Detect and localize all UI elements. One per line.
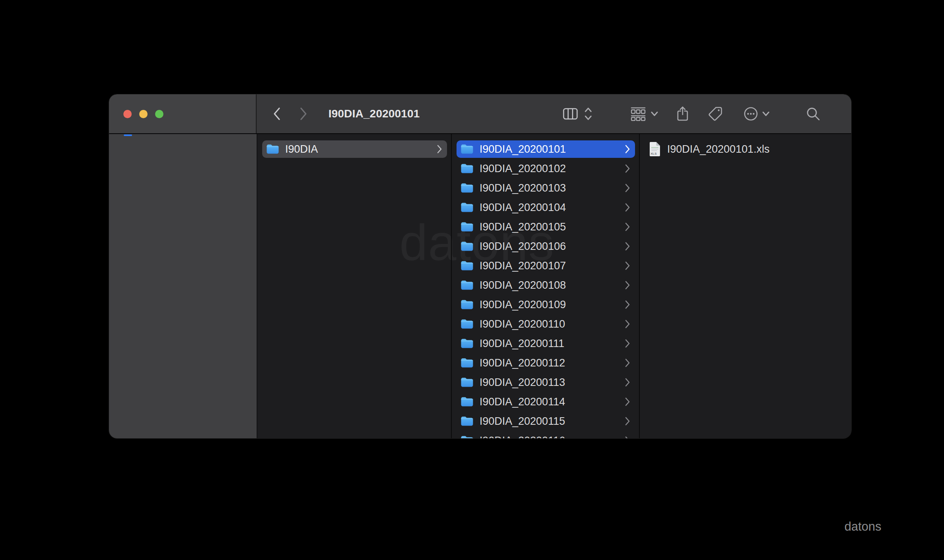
more-options-button[interactable] [743, 106, 758, 121]
finder-window: I90DIA_20200101 [109, 94, 851, 438]
window-body: datons I90DIA [109, 134, 851, 438]
window-title: I90DIA_20200101 [328, 107, 420, 120]
search-button[interactable] [806, 107, 820, 121]
folder-icon [460, 435, 474, 438]
folder-icon [460, 358, 474, 368]
folder-row[interactable]: I90DIA_20200107 [457, 257, 635, 274]
chevron-right-icon [625, 184, 630, 192]
folder-row[interactable]: I90DIA_20200113 [457, 374, 635, 391]
chevron-right-icon [625, 417, 630, 426]
folder-row[interactable]: I90DIA_20200102 [457, 160, 635, 177]
close-button[interactable] [123, 110, 132, 118]
toolbar-icon-cluster [563, 106, 851, 122]
folder-row[interactable]: I90DIA_20200112 [457, 354, 635, 372]
zoom-button[interactable] [155, 110, 163, 118]
columns-icon [563, 107, 578, 120]
folder-row[interactable]: I90DIA_20200114 [457, 393, 635, 410]
folder-icon [460, 416, 474, 426]
chevron-right-icon [625, 242, 630, 251]
sidebar[interactable] [109, 134, 257, 438]
folder-name: I90DIA_20200112 [480, 357, 622, 369]
column-view-button[interactable] [563, 107, 578, 120]
tags-button[interactable] [708, 106, 723, 122]
folder-icon [460, 299, 474, 310]
folder-row[interactable]: I90DIA_20200106 [457, 238, 635, 255]
folder-icon [460, 222, 474, 232]
chevron-right-icon [625, 203, 630, 212]
column-divider [451, 134, 452, 438]
folder-icon [460, 338, 474, 349]
chevron-right-icon [625, 397, 630, 406]
chevron-right-icon [625, 339, 630, 348]
folder-row[interactable]: I90DIA_20200108 [457, 276, 635, 294]
folder-name: I90DIA_20200106 [480, 240, 622, 253]
chevron-right-icon [625, 300, 630, 309]
chevron-right-icon [625, 281, 630, 290]
folder-row[interactable]: I90DIA_20200111 [457, 335, 635, 352]
folder-name: I90DIA_20200116 [480, 435, 622, 439]
chevron-right-icon [299, 107, 307, 121]
chevron-right-icon [625, 359, 630, 367]
folder-icon [460, 183, 474, 193]
folder-row[interactable]: I90DIA_20200116 [457, 432, 635, 438]
folder-row[interactable]: I90DIA_20200105 [457, 218, 635, 236]
chevron-right-icon [437, 145, 442, 153]
title-bar-sidebar-area [109, 94, 257, 133]
folder-icon [460, 397, 474, 407]
folder-icon [460, 261, 474, 271]
folder-name: I90DIA_20200107 [480, 260, 622, 272]
folder-row[interactable]: I90DIA [262, 140, 447, 158]
minimize-button[interactable] [139, 110, 148, 118]
chevron-right-icon [625, 164, 630, 173]
group-by-dropdown[interactable] [651, 111, 658, 116]
chevron-down-icon [651, 111, 658, 116]
xls-file-icon: XLS [649, 142, 661, 157]
group-by-button[interactable] [630, 107, 646, 121]
title-bar[interactable]: I90DIA_20200101 [109, 94, 851, 134]
folder-name: I90DIA_20200104 [480, 201, 622, 214]
chevron-right-icon [625, 261, 630, 270]
browser-column-1[interactable]: I90DIA [257, 134, 451, 438]
search-icon [806, 107, 820, 121]
group-by-icon [630, 107, 646, 121]
folder-row[interactable]: I90DIA_20200115 [457, 412, 635, 430]
folder-name: I90DIA_20200114 [480, 396, 622, 408]
folder-icon [460, 280, 474, 290]
browser-column-3[interactable]: XLS I90DIA_20200101.xls [640, 134, 851, 438]
folder-name: I90DIA_20200110 [480, 318, 622, 330]
traffic-lights [123, 110, 163, 118]
corner-watermark: datons [844, 520, 881, 534]
view-sort-stepper[interactable] [584, 107, 592, 121]
chevron-right-icon [625, 145, 630, 153]
ellipsis-circle-icon [743, 106, 758, 121]
file-name: I90DIA_20200101.xls [667, 143, 842, 155]
folder-name: I90DIA_20200115 [480, 415, 622, 428]
folder-name: I90DIA_20200108 [480, 279, 622, 292]
chevron-right-icon [625, 222, 630, 231]
share-button[interactable] [676, 106, 689, 122]
file-icon-badge: XLS [650, 152, 657, 155]
more-options-dropdown[interactable] [762, 111, 769, 116]
folder-row[interactable]: I90DIA_20200103 [457, 179, 635, 197]
folder-icon [460, 163, 474, 174]
chevron-right-icon [625, 436, 630, 438]
share-icon [676, 106, 689, 122]
back-button[interactable] [272, 107, 281, 121]
column-browser: datons I90DIA [257, 134, 851, 438]
folder-row[interactable]: I90DIA_20200109 [457, 296, 635, 313]
folder-row[interactable]: I90DIA_20200110 [457, 315, 635, 333]
folder-name: I90DIA_20200103 [480, 182, 622, 194]
folder-icon [460, 241, 474, 251]
folder-row[interactable]: I90DIA_20200104 [457, 199, 635, 216]
chevron-left-icon [273, 107, 281, 121]
file-row[interactable]: XLS I90DIA_20200101.xls [645, 140, 847, 158]
sidebar-item-partial-icon [124, 134, 132, 136]
folder-name: I90DIA_20200105 [480, 221, 622, 233]
forward-button[interactable] [299, 107, 308, 121]
browser-column-2[interactable]: I90DIA_20200101 I90DIA_20200102 I90DIA_2… [452, 134, 639, 438]
folder-row[interactable]: I90DIA_20200101 [457, 140, 635, 158]
folder-name: I90DIA_20200113 [480, 376, 622, 389]
desktop-background: I90DIA_20200101 [0, 0, 944, 560]
folder-name: I90DIA_20200109 [480, 299, 622, 311]
folder-name: I90DIA_20200102 [480, 163, 622, 175]
